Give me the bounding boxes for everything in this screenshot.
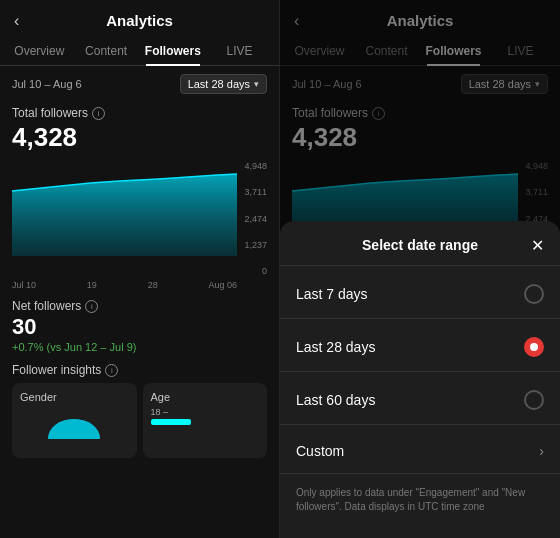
left-tabs: Overview Content Followers LIVE xyxy=(0,37,279,66)
modal-overlay: Select date range ✕ Last 7 days Last 28 … xyxy=(280,0,560,538)
option-custom-label: Custom xyxy=(296,443,344,459)
left-insights-cards: Gender Age xyxy=(12,383,267,458)
tab-overview-left[interactable]: Overview xyxy=(6,37,73,65)
svg-marker-0 xyxy=(12,174,237,256)
left-net-value: 30 xyxy=(12,314,267,340)
left-chart-svg xyxy=(12,161,237,276)
tab-followers-left[interactable]: Followers xyxy=(140,37,207,65)
modal-divider-5 xyxy=(280,473,560,474)
option-28days-label: Last 28 days xyxy=(296,339,375,355)
chevron-down-icon: ▾ xyxy=(254,79,259,89)
modal-title: Select date range xyxy=(362,237,478,253)
insights-info-icon: i xyxy=(105,364,118,377)
close-icon[interactable]: ✕ xyxy=(531,236,544,255)
left-date-row: Jul 10 – Aug 6 Last 28 days ▾ xyxy=(0,66,279,98)
modal-note: Only applies to data under "Engagement" … xyxy=(280,478,560,530)
left-date-range: Jul 10 – Aug 6 xyxy=(12,78,82,90)
date-range-modal: Select date range ✕ Last 7 days Last 28 … xyxy=(280,221,560,538)
tab-live-left[interactable]: LIVE xyxy=(206,37,273,65)
left-net-label: Net followers i xyxy=(12,299,267,313)
age-card-title: Age xyxy=(151,391,260,403)
left-insights-section: Follower insights i Gender xyxy=(0,357,279,462)
modal-option-28days[interactable]: Last 28 days xyxy=(280,323,560,371)
left-chart-area: 4,948 3,711 2,474 1,237 0 xyxy=(12,161,267,276)
y-label-4: 1,237 xyxy=(244,240,267,250)
option-60days-label: Last 60 days xyxy=(296,392,375,408)
modal-option-custom[interactable]: Custom › xyxy=(280,429,560,473)
radio-inner xyxy=(530,343,538,351)
age-bars: 18 – xyxy=(151,407,260,425)
y-label-2: 3,711 xyxy=(244,187,267,197)
modal-divider-4 xyxy=(280,424,560,425)
left-date-picker-btn[interactable]: Last 28 days ▾ xyxy=(180,74,267,94)
option-7days-label: Last 7 days xyxy=(296,286,368,302)
info-icon: i xyxy=(92,107,105,120)
left-x-labels: Jul 10 19 28 Aug 06 xyxy=(12,278,267,290)
modal-option-7days[interactable]: Last 7 days xyxy=(280,270,560,318)
left-header: ‹ Analytics xyxy=(0,0,279,37)
modal-divider-3 xyxy=(280,371,560,372)
left-total-followers-label: Total followers i xyxy=(12,106,267,120)
modal-header: Select date range ✕ xyxy=(280,237,560,265)
left-date-picker-label: Last 28 days xyxy=(188,78,250,90)
right-panel-wrapper: ‹ Analytics Overview Content Followers L… xyxy=(280,0,560,538)
left-total-followers-section: Total followers i 4,328 xyxy=(0,98,279,157)
left-panel-title: Analytics xyxy=(106,12,173,29)
radio-60days xyxy=(524,390,544,410)
left-net-section: Net followers i 30 +0.7% (vs Jun 12 – Ju… xyxy=(0,291,279,357)
y-label-5: 0 xyxy=(262,266,267,276)
net-info-icon: i xyxy=(85,300,98,313)
age-range-label: 18 – xyxy=(151,407,169,417)
x-label-2: 19 xyxy=(87,280,97,290)
back-icon[interactable]: ‹ xyxy=(14,12,19,30)
custom-chevron-icon: › xyxy=(539,443,544,459)
left-chart-container: 4,948 3,711 2,474 1,237 0 Jul 10 19 28 A… xyxy=(0,161,279,291)
modal-option-60days[interactable]: Last 60 days xyxy=(280,376,560,424)
modal-divider xyxy=(280,265,560,266)
gender-card-title: Gender xyxy=(20,391,129,403)
left-insights-label: Follower insights i xyxy=(12,363,267,377)
x-label-4: Aug 06 xyxy=(208,280,237,290)
x-label-3: 28 xyxy=(148,280,158,290)
x-label-1: Jul 10 xyxy=(12,280,36,290)
left-total-followers-value: 4,328 xyxy=(12,122,267,153)
y-label-3: 2,474 xyxy=(244,214,267,224)
radio-7days xyxy=(524,284,544,304)
gender-card: Gender xyxy=(12,383,137,458)
gender-chart xyxy=(20,409,129,441)
radio-28days xyxy=(524,337,544,357)
modal-divider-2 xyxy=(280,318,560,319)
age-row-1: 18 – xyxy=(151,407,260,417)
left-net-change: +0.7% (vs Jun 12 – Jul 9) xyxy=(12,341,267,353)
left-panel: ‹ Analytics Overview Content Followers L… xyxy=(0,0,280,538)
age-bar-1 xyxy=(151,419,191,425)
age-card: Age 18 – xyxy=(143,383,268,458)
tab-content-left[interactable]: Content xyxy=(73,37,140,65)
y-label-1: 4,948 xyxy=(244,161,267,171)
left-y-labels: 4,948 3,711 2,474 1,237 0 xyxy=(244,161,267,276)
